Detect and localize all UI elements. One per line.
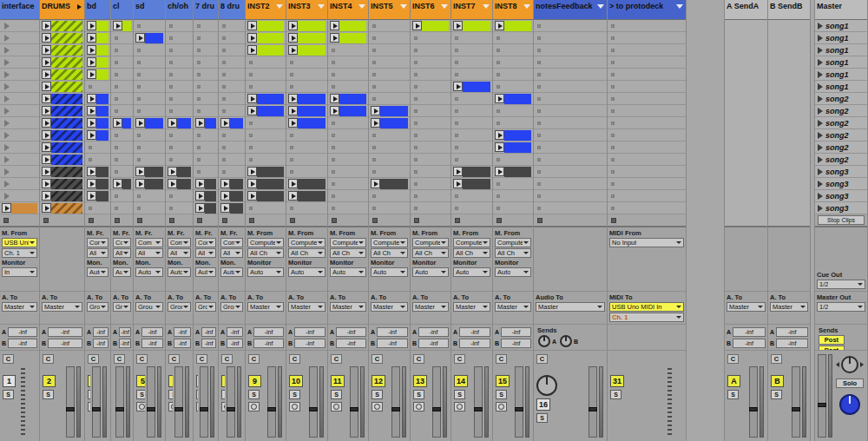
empty-slot-square[interactable] bbox=[290, 158, 293, 161]
empty-slot-square[interactable] bbox=[115, 158, 118, 161]
clip-slot[interactable] bbox=[286, 81, 327, 93]
clip-slot[interactable] bbox=[286, 129, 327, 142]
scene-play-icon[interactable] bbox=[818, 168, 823, 175]
empty-slot-square[interactable] bbox=[537, 73, 541, 76]
solo-button[interactable]: S bbox=[88, 390, 90, 399]
clip-play-button[interactable] bbox=[371, 118, 380, 128]
clip-slot[interactable] bbox=[369, 56, 410, 69]
send-amount[interactable]: -inf bbox=[418, 327, 449, 337]
clip[interactable] bbox=[87, 191, 108, 201]
input-channel-select[interactable]: All bbox=[220, 248, 243, 258]
clip-slot[interactable] bbox=[219, 32, 245, 44]
clip-slot[interactable] bbox=[328, 81, 368, 93]
clip-slot[interactable] bbox=[286, 202, 327, 214]
empty-slot-square[interactable] bbox=[249, 207, 253, 210]
clip-slot[interactable] bbox=[493, 44, 533, 56]
clip-body[interactable] bbox=[504, 167, 531, 177]
empty-slot-square[interactable] bbox=[455, 109, 458, 113]
clip-slot[interactable] bbox=[286, 56, 327, 69]
fader-handle[interactable] bbox=[818, 403, 826, 407]
scene-slot[interactable]: song2 bbox=[815, 142, 867, 154]
clip-play-button[interactable] bbox=[371, 179, 380, 188]
clip-slot[interactable] bbox=[85, 202, 110, 214]
clip-slot[interactable] bbox=[369, 69, 410, 81]
clip-body[interactable] bbox=[96, 130, 108, 141]
clip-play-button[interactable] bbox=[330, 106, 339, 115]
clip-slot[interactable] bbox=[40, 69, 84, 81]
empty-slot-square[interactable] bbox=[332, 207, 335, 210]
clip-slot[interactable] bbox=[40, 44, 84, 56]
scene-play-icon[interactable] bbox=[818, 193, 823, 200]
clip-play-button[interactable] bbox=[42, 21, 51, 30]
arm-button[interactable] bbox=[372, 402, 383, 411]
crossfade-assign-button[interactable]: C bbox=[88, 354, 99, 364]
clip-slot[interactable] bbox=[246, 202, 286, 214]
track-activator-number-button[interactable]: 13 bbox=[413, 375, 427, 387]
clip-play-button[interactable] bbox=[247, 45, 257, 55]
master-out-select[interactable]: 1/2 bbox=[817, 302, 865, 312]
clip-slot[interactable] bbox=[0, 32, 39, 44]
volume-fader[interactable] bbox=[474, 366, 483, 438]
empty-slot-play-icon[interactable] bbox=[4, 144, 10, 151]
clip[interactable] bbox=[113, 118, 131, 128]
clip-slot[interactable] bbox=[246, 154, 286, 166]
empty-slot-square[interactable] bbox=[414, 170, 418, 174]
clip-slot[interactable] bbox=[534, 20, 607, 32]
clip[interactable] bbox=[135, 167, 163, 177]
monitor-select[interactable]: Auto bbox=[412, 267, 449, 277]
clip-slot[interactable] bbox=[40, 178, 84, 190]
clip-slot[interactable] bbox=[134, 93, 165, 105]
clip[interactable] bbox=[42, 142, 82, 153]
empty-slot-square[interactable] bbox=[169, 85, 173, 89]
clip-body[interactable] bbox=[298, 45, 326, 56]
track-activator-number-button[interactable]: 14 bbox=[454, 375, 468, 387]
clip-slot[interactable] bbox=[328, 32, 368, 44]
clip[interactable] bbox=[168, 118, 191, 128]
track-header[interactable]: INST8 bbox=[493, 0, 533, 20]
empty-slot-play-icon[interactable] bbox=[4, 23, 10, 30]
monitor-select[interactable]: Auto bbox=[495, 267, 531, 277]
clip-play-button[interactable] bbox=[495, 142, 504, 152]
clip[interactable] bbox=[220, 118, 243, 128]
empty-slot-square[interactable] bbox=[290, 207, 293, 210]
clip[interactable] bbox=[87, 94, 108, 104]
clip-slot[interactable] bbox=[369, 142, 410, 154]
clip-body[interactable] bbox=[380, 106, 408, 116]
clip[interactable] bbox=[42, 69, 82, 80]
clip-slot[interactable] bbox=[40, 105, 84, 117]
clip-play-button[interactable] bbox=[168, 179, 177, 188]
arm-button[interactable] bbox=[248, 402, 260, 411]
empty-slot-square[interactable] bbox=[372, 61, 376, 64]
clip-slot[interactable] bbox=[608, 93, 686, 105]
track-activator-number-button[interactable]: 11 bbox=[331, 375, 345, 387]
empty-slot-square[interactable] bbox=[169, 134, 173, 137]
track-header[interactable]: interface bbox=[0, 0, 39, 20]
empty-slot-play-icon[interactable] bbox=[4, 168, 10, 175]
clip-slot[interactable] bbox=[194, 44, 218, 56]
clip-play-button[interactable] bbox=[42, 179, 51, 188]
empty-slot-square[interactable] bbox=[372, 194, 376, 198]
clip-slot[interactable] bbox=[219, 81, 245, 93]
clip-play-button[interactable] bbox=[220, 191, 230, 201]
output-select[interactable]: Master bbox=[330, 302, 366, 312]
clip[interactable] bbox=[247, 21, 284, 31]
clip-slot[interactable] bbox=[608, 142, 686, 154]
clip-slot[interactable] bbox=[534, 166, 607, 178]
clip-slot[interactable] bbox=[40, 129, 84, 142]
clip-slot[interactable] bbox=[219, 142, 245, 154]
empty-slot-square[interactable] bbox=[455, 61, 458, 64]
empty-slot-square[interactable] bbox=[169, 146, 173, 149]
empty-slot-square[interactable] bbox=[455, 207, 458, 210]
solo-button[interactable]: S bbox=[454, 390, 465, 399]
clip-slot[interactable] bbox=[493, 117, 533, 129]
clip-slot[interactable] bbox=[219, 44, 245, 56]
clip-slot[interactable] bbox=[534, 202, 607, 214]
clip-stop-button[interactable] bbox=[332, 218, 337, 223]
empty-slot-play-icon[interactable] bbox=[4, 83, 10, 90]
clip[interactable] bbox=[195, 179, 216, 189]
clip-body[interactable] bbox=[51, 94, 82, 104]
output-select[interactable]: Grou bbox=[220, 302, 243, 312]
empty-slot-square[interactable] bbox=[197, 73, 201, 76]
clip-slot[interactable] bbox=[219, 20, 245, 32]
clip-body[interactable] bbox=[96, 106, 108, 116]
